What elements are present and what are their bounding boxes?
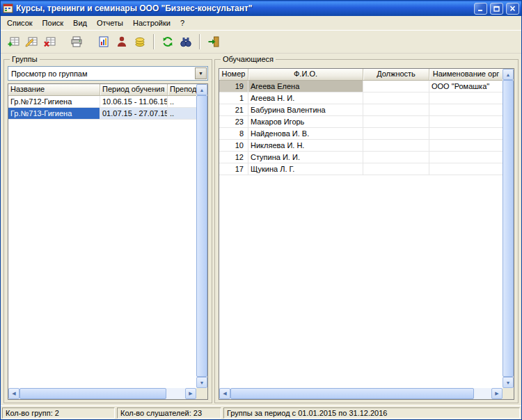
table-cell[interactable] (429, 163, 503, 175)
table-row[interactable]: 17Щукина Л. Г. (219, 163, 503, 175)
column-header-period[interactable]: Период обучения (100, 84, 168, 96)
table-cell[interactable]: 10.06.15 - 11.06.15 (100, 96, 168, 108)
table-row[interactable]: 1Агеева Н. И. (219, 92, 503, 104)
find-button[interactable] (177, 33, 195, 51)
table-row[interactable]: 23Макаров Игорь (219, 116, 503, 128)
table-cell[interactable] (363, 140, 429, 152)
table-cell[interactable]: Агеева Елена (248, 81, 363, 92)
scroll-down-icon[interactable]: ▼ (196, 377, 207, 388)
column-header-number[interactable]: Номер (219, 69, 248, 81)
delete-record-icon (43, 35, 56, 48)
scrollbar-thumb[interactable] (196, 95, 207, 377)
table-cell[interactable]: ООО "Ромашка" (429, 81, 503, 92)
table-row[interactable]: 12Ступина И. И. (219, 152, 503, 163)
table-cell[interactable] (429, 104, 503, 116)
groups-horizontal-scrollbar[interactable]: ◀ ▶ (8, 388, 196, 399)
person-icon (116, 35, 128, 48)
scrollbar-thumb[interactable] (230, 388, 474, 399)
menu-item-help[interactable]: ? (175, 17, 189, 29)
column-header-fio[interactable]: Ф.И.О. (248, 69, 363, 81)
table-row[interactable]: 8Найденова И. В. (219, 128, 503, 140)
scroll-down-icon[interactable]: ▼ (503, 377, 514, 388)
table-cell[interactable]: Бабурина Валентина (248, 104, 363, 116)
groups-table-header: Название Период обучения Преподава (8, 84, 196, 96)
print-button[interactable] (68, 33, 86, 51)
table-cell[interactable]: .. (168, 108, 196, 120)
person-button[interactable] (113, 33, 131, 51)
table-cell[interactable]: Найденова И. В. (248, 128, 363, 140)
students-horizontal-scrollbar[interactable]: ◀ ▶ (219, 388, 503, 399)
table-cell[interactable] (363, 128, 429, 140)
table-cell[interactable] (429, 92, 503, 104)
table-cell[interactable] (363, 81, 429, 92)
table-cell[interactable]: .. (168, 96, 196, 108)
scroll-left-icon[interactable]: ◀ (219, 388, 230, 399)
menu-item-otchety[interactable]: Отчеты (92, 17, 128, 29)
table-row[interactable]: Гр.№712-Гигиена10.06.15 - 11.06.15.. (8, 96, 196, 108)
table-row[interactable]: 10Никляева И. Н. (219, 140, 503, 152)
table-cell[interactable]: Никляева И. Н. (248, 140, 363, 152)
table-cell[interactable]: Ступина И. И. (248, 152, 363, 163)
table-cell[interactable]: Щукина Л. Г. (248, 163, 363, 175)
maximize-button[interactable] (490, 3, 503, 15)
table-cell[interactable] (363, 152, 429, 163)
column-header-organization[interactable]: Наименование орг (429, 69, 503, 81)
table-cell[interactable]: 23 (219, 116, 248, 128)
table-cell[interactable] (429, 140, 503, 152)
add-record-button[interactable] (4, 33, 22, 51)
scrollbar-thumb[interactable] (503, 80, 514, 377)
exit-icon (207, 35, 220, 48)
table-cell[interactable] (363, 92, 429, 104)
scroll-left-icon[interactable]: ◀ (8, 388, 19, 399)
table-cell[interactable] (363, 104, 429, 116)
table-cell[interactable]: 19 (219, 81, 248, 92)
column-header-teacher[interactable]: Преподава (168, 84, 196, 96)
report-button[interactable] (95, 33, 113, 51)
table-cell[interactable] (429, 116, 503, 128)
table-cell[interactable]: 12 (219, 152, 248, 163)
table-cell[interactable]: Гр.№713-Гигиена (8, 108, 100, 120)
close-button[interactable] (506, 3, 519, 15)
table-cell[interactable]: Гр.№712-Гигиена (8, 96, 100, 108)
scroll-up-icon[interactable]: ▲ (503, 69, 514, 80)
column-header-position[interactable]: Должность (363, 69, 429, 81)
table-cell[interactable] (429, 128, 503, 140)
scroll-right-icon[interactable]: ▶ (491, 388, 503, 399)
edit-record-button[interactable] (22, 33, 40, 51)
delete-record-button[interactable] (40, 33, 58, 51)
table-cell[interactable]: Макаров Игорь (248, 116, 363, 128)
table-cell[interactable] (363, 163, 429, 175)
groups-view-combo[interactable]: Просмотр по группам ▼ (8, 66, 208, 81)
refresh-button[interactable] (159, 33, 177, 51)
chevron-down-icon[interactable]: ▼ (195, 67, 207, 79)
table-cell[interactable]: 10 (219, 140, 248, 152)
table-cell[interactable]: 21 (219, 104, 248, 116)
scrollbar-thumb[interactable] (19, 388, 166, 399)
table-cell[interactable]: 1 (219, 92, 248, 104)
toolbar-separator (199, 34, 200, 49)
table-cell[interactable]: Агеева Н. И. (248, 92, 363, 104)
exit-button[interactable] (205, 33, 223, 51)
titlebar[interactable]: Курсы, тренинги и семинары ООО "Бизнес-к… (1, 1, 521, 16)
table-cell[interactable]: 17 (219, 163, 248, 175)
menu-item-spisok[interactable]: Список (2, 17, 38, 29)
table-cell[interactable] (429, 152, 503, 163)
minimize-button[interactable] (474, 3, 487, 15)
table-row[interactable]: 19Агеева ЕленаООО "Ромашка" (219, 81, 503, 92)
table-cell[interactable] (363, 116, 429, 128)
table-cell[interactable]: 8 (219, 128, 248, 140)
menu-item-vid[interactable]: Вид (68, 17, 92, 29)
groups-vertical-scrollbar[interactable]: ▲ ▼ (196, 84, 207, 388)
table-row[interactable]: Гр.№713-Гигиена01.07.15 - 27.07.15.. (8, 108, 196, 120)
refresh-icon (161, 35, 174, 48)
payments-button[interactable] (131, 33, 149, 51)
column-header-name[interactable]: Название (8, 84, 100, 96)
table-cell[interactable]: 01.07.15 - 27.07.15 (100, 108, 168, 120)
menu-item-poisk[interactable]: Поиск (38, 17, 68, 29)
print-icon (70, 35, 83, 48)
scroll-right-icon[interactable]: ▶ (185, 388, 196, 399)
scroll-up-icon[interactable]: ▲ (196, 84, 207, 95)
students-vertical-scrollbar[interactable]: ▲ ▼ (503, 69, 514, 388)
menu-item-nastroyki[interactable]: Настройки (128, 17, 175, 29)
table-row[interactable]: 21Бабурина Валентина (219, 104, 503, 116)
